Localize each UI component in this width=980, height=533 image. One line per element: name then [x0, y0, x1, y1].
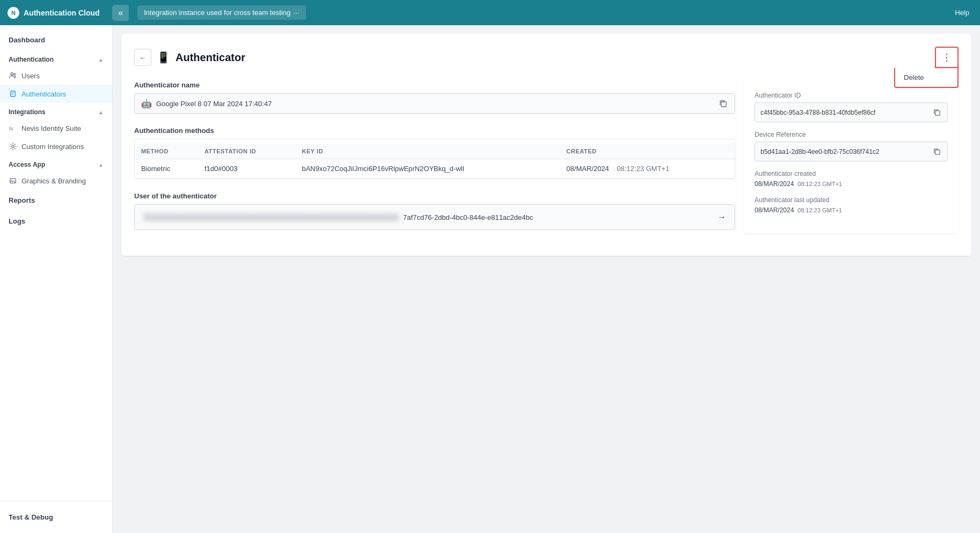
sidebar-item-custom-integrations[interactable]: Custom Integrations — [0, 137, 112, 156]
user-id-value: 7af7cd76-2dbd-4bc0-844e-e811ac2de4bc — [403, 213, 533, 221]
chevron-up-icon: ▲ — [98, 57, 104, 63]
sidebar-section-top: Dashboard Authentication ▲ Users Authent… — [0, 25, 112, 236]
device-reference-field: Device Reference b5d41aa1-2d8b-4ee0-bfb2… — [755, 131, 948, 161]
user-blurred-info: ████████████████████████████████████████… — [143, 213, 399, 221]
sidebar-group-integrations[interactable]: Integrations ▲ — [0, 103, 112, 119]
sidebar-item-reports[interactable]: Reports — [0, 190, 112, 211]
svg-rect-9 — [721, 102, 726, 107]
auth-methods-table-wrapper: METHOD ATTESTATION ID KEY ID CREATED Bio… — [134, 139, 735, 179]
device-reference-value: b5d41aa1-2d8b-4ee0-bfb2-75c036f741c2 — [760, 148, 932, 156]
auth-methods-section: Authentication methods METHOD ATTESTATIO… — [134, 127, 735, 179]
page-header-left: ← 📱 Authenticator — [134, 49, 245, 66]
page-title: Authenticator — [175, 51, 245, 64]
device-reference-row: b5d41aa1-2d8b-4ee0-bfb2-75c036f741c2 — [755, 142, 948, 161]
brand-area: N Authentication Cloud — [0, 7, 113, 19]
authenticator-name-field: 🤖 Google Pixel 8 07 Mar 2024 17:40:47 — [134, 93, 735, 114]
right-card: Authenticator ID c4f45bbc-95a3-4788-b831… — [744, 81, 959, 233]
instance-area: Integration instance used for cross team… — [129, 5, 944, 20]
svg-point-0 — [11, 72, 13, 75]
android-icon: 🤖 — [141, 99, 152, 109]
sidebar-item-authenticators-label: Authenticators — [21, 90, 66, 98]
sidebar-item-nevis-identity[interactable]: N Nevis Identity Suite — [0, 119, 112, 137]
gear-icon — [9, 142, 17, 151]
instance-ellipsis: ··· — [294, 9, 299, 17]
svg-rect-11 — [935, 150, 940, 154]
chevron-up-icon-access: ▲ — [98, 162, 104, 168]
copy-device-reference-button[interactable] — [932, 146, 942, 157]
content-split: Authenticator name 🤖 Google Pixel 8 07 M… — [134, 81, 959, 243]
authenticator-name-label: Authenticator name — [134, 81, 735, 89]
instance-label: Integration instance used for cross team… — [144, 9, 290, 17]
user-link-left: ████████████████████████████████████████… — [143, 213, 533, 221]
cell-created: 08/MAR/2024 08:12:23 GMT+1 — [560, 159, 735, 179]
collapse-sidebar-button[interactable]: « — [113, 5, 129, 21]
more-actions-button[interactable]: ⋮ — [935, 47, 959, 68]
svg-point-8 — [11, 180, 12, 181]
user-link-row[interactable]: ████████████████████████████████████████… — [134, 204, 735, 230]
brand-label: Authentication Cloud — [24, 9, 100, 17]
arrow-right-icon: → — [718, 212, 726, 222]
main-layout: Dashboard Authentication ▲ Users Authent… — [0, 25, 980, 533]
sidebar-item-graphics-branding-label: Graphics & Branding — [21, 177, 86, 185]
table-header-row: METHOD ATTESTATION ID KEY ID CREATED — [135, 144, 735, 159]
authenticator-created-datetime: 08/MAR/2024 08:12:23 GMT+1 — [755, 180, 948, 188]
sidebar-group-access-app-label: Access App — [9, 161, 45, 168]
auth-methods-label: Authentication methods — [134, 127, 735, 135]
users-icon — [9, 71, 17, 80]
delete-button[interactable]: Delete — [895, 68, 957, 87]
copy-authenticator-name-button[interactable] — [718, 98, 728, 109]
col-created: CREATED — [560, 144, 735, 159]
sidebar-bottom: Test & Debug — [0, 501, 112, 533]
authenticator-name-section: Authenticator name 🤖 Google Pixel 8 07 M… — [134, 81, 735, 114]
image-icon — [9, 176, 17, 185]
sidebar-item-users-label: Users — [21, 72, 40, 80]
authenticator-id-label: Authenticator ID — [755, 92, 948, 99]
sidebar-group-access-app[interactable]: Access App ▲ — [0, 156, 112, 172]
svg-text:N: N — [9, 125, 13, 131]
svg-rect-10 — [935, 111, 940, 115]
authenticator-created-time: 08:12:23 GMT+1 — [796, 181, 842, 187]
authenticator-updated-section: Authenticator last updated 08/MAR/2024 0… — [755, 196, 948, 214]
sidebar: Dashboard Authentication ▲ Users Authent… — [0, 25, 113, 533]
instance-selector-button[interactable]: Integration instance used for cross team… — [137, 5, 306, 20]
nevis-logo: N — [8, 7, 19, 19]
authenticator-updated-time: 08:12:23 GMT+1 — [796, 207, 842, 213]
header-actions: ⋮ Delete — [935, 47, 959, 68]
cell-key-id: bAN9xo72CoqJiIJmci6P16vRlpwEprN2OYBkq_d-… — [295, 159, 560, 179]
sidebar-group-authentication-label: Authentication — [9, 56, 54, 63]
topbar: N Authentication Cloud « Integration ins… — [0, 0, 980, 25]
right-panel: Authenticator ID c4f45bbc-95a3-4788-b831… — [744, 81, 959, 243]
sidebar-item-dashboard[interactable]: Dashboard — [0, 29, 112, 50]
cell-method: Biometric — [135, 159, 198, 179]
sidebar-group-authentication[interactable]: Authentication ▲ — [0, 50, 112, 66]
back-button[interactable]: ← — [134, 49, 151, 66]
auth-methods-table: METHOD ATTESTATION ID KEY ID CREATED Bio… — [135, 144, 735, 179]
authenticators-icon — [9, 90, 17, 98]
col-key-id: KEY ID — [295, 144, 560, 159]
authenticator-created-section: Authenticator created 08/MAR/2024 08:12:… — [755, 170, 948, 188]
chevron-up-icon-integrations: ▲ — [98, 109, 104, 115]
authenticator-created-date: 08/MAR/2024 — [755, 180, 794, 188]
sidebar-item-custom-integrations-label: Custom Integrations — [21, 143, 84, 151]
sidebar-item-test-debug[interactable]: Test & Debug — [0, 507, 112, 528]
cell-attestation-id: f1d0#0003 — [198, 159, 295, 179]
sidebar-item-users[interactable]: Users — [0, 66, 112, 85]
main-panel: Authenticator name 🤖 Google Pixel 8 07 M… — [134, 81, 735, 243]
svg-point-6 — [12, 145, 14, 147]
device-reference-label: Device Reference — [755, 131, 948, 138]
authenticator-updated-date: 08/MAR/2024 — [755, 206, 794, 214]
authenticator-created-label: Authenticator created — [755, 170, 948, 177]
sidebar-item-authenticators[interactable]: Authenticators — [0, 85, 112, 103]
authenticator-updated-datetime: 08/MAR/2024 08:12:23 GMT+1 — [755, 206, 948, 214]
authenticator-updated-label: Authenticator last updated — [755, 196, 948, 204]
sidebar-item-graphics-branding[interactable]: Graphics & Branding — [0, 172, 112, 190]
help-link[interactable]: Help — [944, 9, 980, 17]
copy-authenticator-id-button[interactable] — [932, 107, 942, 117]
page-header: ← 📱 Authenticator ⋮ Delete — [134, 47, 959, 68]
user-section-label: User of the authenticator — [134, 192, 735, 200]
created-date: 08/MAR/2024 — [566, 165, 609, 173]
main-card: ← 📱 Authenticator ⋮ Delete Authenticator… — [121, 34, 971, 256]
sidebar-item-logs[interactable]: Logs — [0, 211, 112, 232]
created-time: 08:12:23 GMT+1 — [617, 165, 669, 173]
authenticator-id-value: c4f45bbc-95a3-4788-b831-40fdb5ef86cf — [760, 109, 932, 116]
